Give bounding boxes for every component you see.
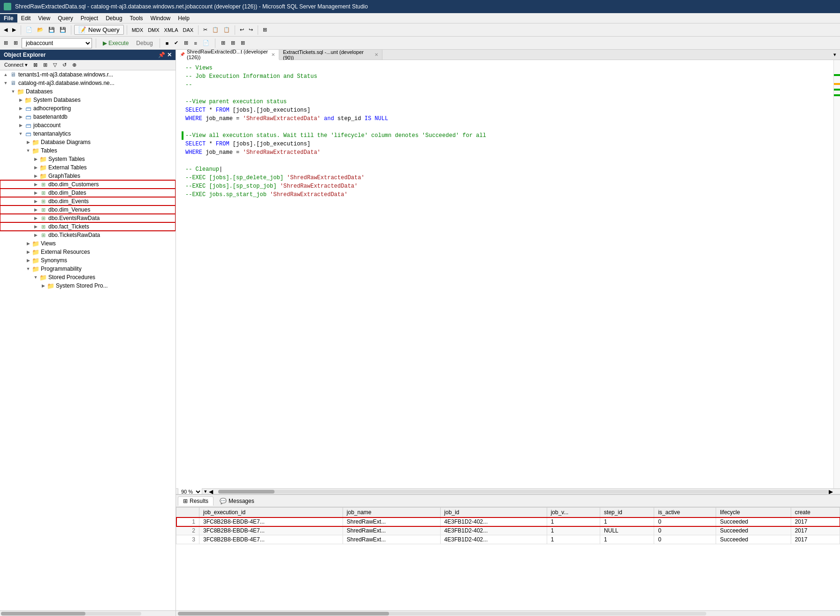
expand-icon[interactable]: ▶ bbox=[17, 106, 24, 111]
filter-button[interactable]: ▽ bbox=[52, 61, 58, 68]
expand-icon[interactable]: ▶ bbox=[24, 250, 32, 254]
tree-jobaccount[interactable]: ▶ 🗃 jobaccount bbox=[0, 121, 176, 129]
expand-icon[interactable]: ▼ bbox=[24, 266, 32, 271]
expand-icon[interactable]: ▶ bbox=[17, 114, 24, 119]
close-icon[interactable]: ✕ bbox=[167, 52, 172, 58]
code-editor[interactable]: -- Views -- Job Execution Information an… bbox=[176, 60, 840, 488]
h-scroll-track[interactable] bbox=[218, 490, 829, 494]
menu-view[interactable]: View bbox=[34, 14, 54, 23]
tree-programmability[interactable]: ▼ 📁 Programmability bbox=[0, 265, 176, 273]
expand-icon[interactable]: ▼ bbox=[32, 275, 39, 280]
expand-icon[interactable]: ▶ bbox=[32, 190, 39, 195]
summary-button[interactable]: ⊕ bbox=[71, 61, 78, 68]
connect-button[interactable]: Connect ▾ bbox=[3, 61, 29, 68]
expand-icon[interactable]: ▼ bbox=[17, 131, 24, 136]
expand-icon[interactable]: ▶ bbox=[32, 157, 39, 161]
results-file-btn[interactable]: 📄 bbox=[201, 39, 211, 47]
expand-icon[interactable]: ▶ bbox=[32, 199, 39, 204]
results-tab[interactable]: ⊞ Results bbox=[178, 496, 214, 506]
tree-databases[interactable]: ▼ 📁 Databases bbox=[0, 87, 176, 96]
expand-icon[interactable]: ▶ bbox=[32, 224, 39, 229]
new-query-button[interactable]: 📝 New Query bbox=[74, 25, 124, 35]
copy-button[interactable]: 📋 bbox=[210, 26, 221, 34]
save-button[interactable]: 💾 bbox=[46, 26, 57, 34]
execute-button[interactable]: ▶ Execute bbox=[100, 39, 131, 47]
forward-button[interactable]: ▶ bbox=[10, 26, 18, 34]
tab-shred[interactable]: 📌 ShredRawExtractedD...t (developer (126… bbox=[176, 50, 279, 60]
tree-external-resources[interactable]: ▶ 📁 External Resources bbox=[0, 248, 176, 256]
database-selector[interactable]: jobaccount bbox=[22, 38, 92, 48]
expand-icon[interactable]: ▶ bbox=[32, 174, 39, 178]
tree-server1[interactable]: ▲ 🖥 tenants1-mt-aj3.database.windows.r..… bbox=[0, 70, 176, 79]
misc-button[interactable]: ⊞ bbox=[261, 26, 269, 34]
tree-db-diagrams[interactable]: ▶ 📁 Database Diagrams bbox=[0, 138, 176, 146]
tree-base[interactable]: ▶ 🗃 basetenantdb bbox=[0, 113, 176, 121]
expand-icon[interactable]: ▶ bbox=[24, 241, 32, 246]
menu-query[interactable]: Query bbox=[54, 14, 77, 23]
tree-dim-events[interactable]: ▶ ⊞ dbo.dim_Events bbox=[0, 197, 176, 205]
tree-fact-tickets[interactable]: ▶ ⊞ dbo.fact_Tickets bbox=[0, 222, 176, 231]
tab2-close[interactable]: ✕ bbox=[374, 52, 378, 57]
expand-icon[interactable]: ▶ bbox=[24, 258, 32, 263]
tree-system-databases[interactable]: ▶ 📁 System Databases bbox=[0, 96, 176, 104]
undo-button[interactable]: ↩ bbox=[238, 26, 246, 34]
menu-help[interactable]: Help bbox=[174, 14, 193, 23]
expand-icon[interactable]: ▶ bbox=[32, 233, 39, 237]
back-button[interactable]: ◀ bbox=[2, 26, 9, 34]
expand-icon[interactable]: ▶ bbox=[39, 283, 47, 288]
menu-edit[interactable]: Edit bbox=[17, 14, 35, 23]
tree-views[interactable]: ▶ 📁 Views bbox=[0, 239, 176, 248]
refresh-button[interactable]: ↺ bbox=[61, 61, 68, 68]
open-file-button[interactable]: 📂 bbox=[35, 26, 46, 34]
tree-sys-stored-procs[interactable]: ▶ 📁 System Stored Pro... bbox=[0, 281, 176, 290]
debug-button[interactable]: Debug bbox=[133, 39, 155, 47]
tab-extract[interactable]: ExtractTickets.sql -...unt (developer (9… bbox=[279, 50, 382, 60]
tab-list-button[interactable]: ▾ bbox=[832, 51, 838, 59]
paste-button[interactable]: 📋 bbox=[221, 26, 232, 34]
tree-stored-procs[interactable]: ▼ 📁 Stored Procedures bbox=[0, 273, 176, 281]
menu-file[interactable]: File bbox=[0, 14, 17, 23]
refresh-filter-button[interactable]: ⊞ bbox=[42, 61, 49, 68]
tree-system-tables[interactable]: ▶ 📁 System Tables bbox=[0, 155, 176, 163]
parse-button[interactable]: ✔ bbox=[172, 39, 180, 47]
toolbar2-btn2[interactable]: ⊞ bbox=[12, 39, 20, 47]
expand-icon[interactable]: ▼ bbox=[2, 81, 9, 85]
cut-button[interactable]: ✂ bbox=[201, 26, 209, 34]
pin-icon[interactable]: 📌 bbox=[158, 52, 165, 58]
tree-dim-venues[interactable]: ▶ ⊞ dbo.dim_Venues bbox=[0, 205, 176, 214]
oe-hscrollbar[interactable] bbox=[0, 610, 176, 616]
expand-icon[interactable]: ▶ bbox=[24, 140, 32, 144]
tree-events-raw[interactable]: ▶ ⊞ dbo.EventsRawData bbox=[0, 214, 176, 222]
new-file-button[interactable]: 📄 bbox=[24, 26, 34, 34]
h-scroll-bar[interactable]: 90 % ▾ ◀ ▶ bbox=[176, 488, 840, 494]
expand-icon[interactable]: ▼ bbox=[24, 148, 32, 153]
table-row[interactable]: 1 3FC8B2B8-EBDB-4E7... ShredRawExt... 4E… bbox=[176, 517, 840, 526]
menu-project[interactable]: Project bbox=[77, 14, 102, 23]
results-grid-btn[interactable]: ⊞ bbox=[182, 39, 190, 47]
tree-tables[interactable]: ▼ 📁 Tables bbox=[0, 146, 176, 155]
query-plan-btn[interactable]: ⊞ bbox=[219, 39, 227, 47]
tree-tickets-raw[interactable]: ▶ ⊞ dbo.TicketsRawData bbox=[0, 231, 176, 239]
dax-button[interactable]: DAX bbox=[181, 26, 196, 34]
tree-adhoc[interactable]: ▶ 🗃 adhocreporting bbox=[0, 104, 176, 113]
stop-button[interactable]: ■ bbox=[164, 39, 171, 47]
menu-window[interactable]: Window bbox=[147, 14, 175, 23]
dmx-button[interactable]: DMX bbox=[146, 26, 161, 34]
save-all-button[interactable]: 💾 bbox=[58, 26, 68, 34]
redo-button[interactable]: ↪ bbox=[247, 26, 255, 34]
mdx-button[interactable]: MDX bbox=[130, 26, 145, 34]
toolbar2-btn1[interactable]: ⊞ bbox=[2, 39, 10, 47]
messages-tab[interactable]: 💬 Messages bbox=[214, 496, 260, 506]
menu-tools[interactable]: Tools bbox=[126, 14, 147, 23]
expand-icon[interactable]: ▶ bbox=[32, 182, 39, 187]
expand-icon[interactable]: ▼ bbox=[9, 89, 17, 94]
tree-tenantanalytics[interactable]: ▼ 🗃 tenantanalytics bbox=[0, 129, 176, 138]
expand-icon[interactable]: ▶ bbox=[32, 165, 39, 170]
io-stats-btn[interactable]: ⊞ bbox=[239, 39, 247, 47]
xmla-button[interactable]: XMLA bbox=[162, 26, 180, 34]
h-scroll-thumb[interactable] bbox=[218, 490, 275, 494]
expand-icon[interactable]: ▶ bbox=[17, 123, 24, 128]
expand-icon[interactable]: ▶ bbox=[17, 98, 24, 102]
tree-external-tables[interactable]: ▶ 📁 External Tables bbox=[0, 163, 176, 172]
tab1-close[interactable]: ✕ bbox=[271, 52, 275, 57]
